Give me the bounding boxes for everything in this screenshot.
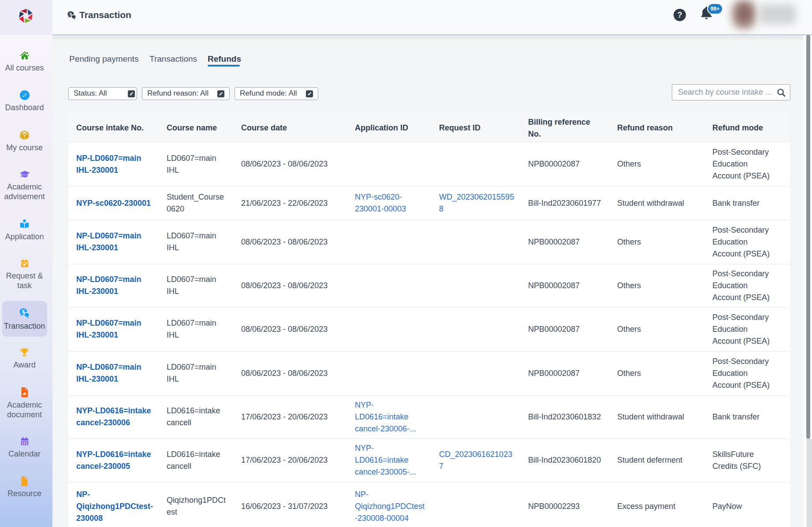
svg-text:$: $	[70, 11, 72, 16]
svg-text:$: $	[22, 309, 25, 314]
